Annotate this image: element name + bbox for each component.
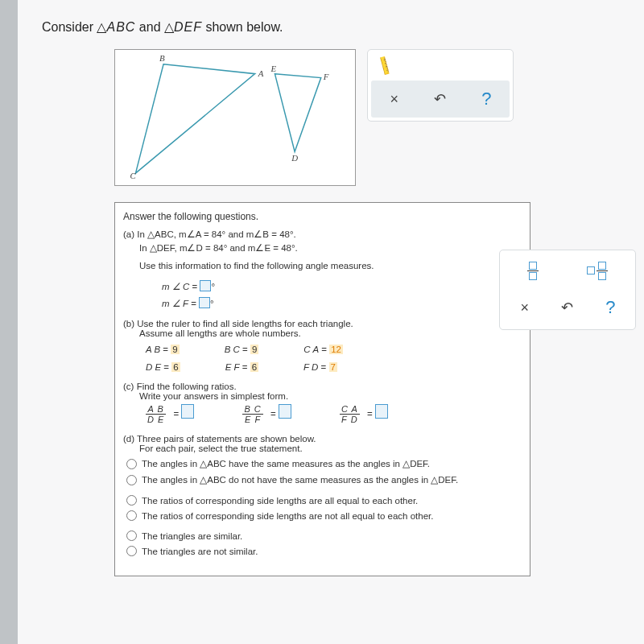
ef-label: E F <box>225 362 240 372</box>
ratio2-num: B C <box>242 404 262 414</box>
svg-text:E: E <box>270 64 276 73</box>
angle-f-input[interactable] <box>199 297 210 308</box>
prompt-suffix: shown below. <box>205 20 283 34</box>
fraction-icon[interactable] <box>527 262 539 280</box>
fd-value[interactable]: 7 <box>329 362 337 372</box>
part-a-line1: In △ABC, m∠A = 84° and m∠B = 48°. <box>137 229 295 239</box>
undo-icon-2[interactable]: ↶ <box>551 299 584 316</box>
svg-text:B: B <box>159 53 165 63</box>
ratio3-den: F D <box>340 415 360 424</box>
ratio1-den: D E <box>146 415 166 424</box>
d1b-text: The angles in △ABC do not have the same … <box>142 474 458 485</box>
undo-icon[interactable]: ↶ <box>424 90 456 108</box>
bc-value[interactable]: 9 <box>250 345 258 354</box>
svg-text:D: D <box>291 153 298 163</box>
bc-label: B C <box>225 345 240 354</box>
part-c-label: (c) <box>123 382 134 391</box>
part-b-label: (b) <box>123 319 134 328</box>
ratio2-den: E F <box>243 415 262 424</box>
svg-text:C: C <box>130 171 137 180</box>
answer-heading: Answer the following questions. <box>123 211 522 222</box>
ratio3-input[interactable] <box>375 404 388 419</box>
part-a-instr: Use this information to find the followi… <box>139 261 374 270</box>
ratio1-num: A B <box>147 404 166 414</box>
part-d-sub: For each pair, select the true statement… <box>139 444 303 453</box>
part-b-sub: Assume all lengths are whole numbers. <box>139 328 301 338</box>
svg-text:A: A <box>258 68 264 78</box>
ef-value[interactable]: 6 <box>250 362 258 372</box>
d3a-text: The triangles are similar. <box>142 531 242 541</box>
part-c-text: Find the following ratios. <box>137 382 237 391</box>
triangle-abc-label: ABC <box>106 20 135 34</box>
svg-marker-0 <box>135 64 254 173</box>
ratio1-input[interactable] <box>181 404 194 419</box>
ca-label: C A <box>303 345 319 354</box>
d3b-text: The triangles are not similar. <box>142 547 258 556</box>
radio-d1b[interactable] <box>126 475 137 485</box>
angle-f-label: m ∠ F <box>162 299 188 308</box>
ratio2-input[interactable] <box>279 404 291 419</box>
fd-label: F D <box>303 362 318 372</box>
ab-label: A B <box>146 345 160 354</box>
svg-marker-4 <box>275 74 320 152</box>
angle-c-label: m ∠ C <box>162 282 189 291</box>
help-icon-2[interactable]: ? <box>594 297 626 318</box>
answer-frame: Answer the following questions. (a) In △… <box>114 202 530 576</box>
ab-value[interactable]: 9 <box>171 345 179 354</box>
fraction-tool-panel: × ↶ ? <box>499 250 636 330</box>
ca-value[interactable]: 12 <box>329 345 343 354</box>
part-d-label: (d) <box>123 434 134 444</box>
de-label: D E <box>146 362 161 372</box>
close-icon[interactable]: × <box>378 91 411 108</box>
close-icon-2[interactable]: × <box>509 299 541 316</box>
part-a-label: (a) <box>123 229 134 239</box>
part-d-text: Three pairs of statements are shown belo… <box>137 434 316 444</box>
de-value[interactable]: 6 <box>171 362 180 372</box>
angle-c-input[interactable] <box>200 280 211 291</box>
part-c-sub: Write your answers in simplest form. <box>139 391 288 401</box>
d2a-text: The ratios of corresponding side lengths… <box>142 496 418 506</box>
radio-d2a[interactable] <box>126 495 137 506</box>
triangle-def-label: DEF <box>174 20 202 34</box>
triangles-figure: B A C E F D <box>114 49 356 186</box>
part-b-text: Use the ruler to find all side lengths f… <box>137 319 353 328</box>
d2b-text: The ratios of corresponding side lengths… <box>142 511 433 521</box>
prompt-text: Consider <box>42 20 97 34</box>
radio-d2b[interactable] <box>126 510 137 521</box>
prompt-and: and <box>139 20 164 34</box>
radio-d1a[interactable] <box>126 459 137 469</box>
mixed-fraction-icon[interactable] <box>587 262 608 280</box>
ruler-tool-panel: 📏 × ↶ ? <box>367 49 514 122</box>
ratio3-num: C A <box>340 404 360 414</box>
help-icon[interactable]: ? <box>470 89 502 109</box>
part-a-line2: In △DEF, m∠D = 84° and m∠E = 48°. <box>139 243 298 253</box>
d1a-text: The angles in △ABC have the same measure… <box>142 458 430 469</box>
radio-d3a[interactable] <box>126 530 137 541</box>
radio-d3b[interactable] <box>126 546 137 556</box>
ruler-icon[interactable]: 📏 <box>373 53 397 77</box>
svg-text:F: F <box>323 72 329 81</box>
